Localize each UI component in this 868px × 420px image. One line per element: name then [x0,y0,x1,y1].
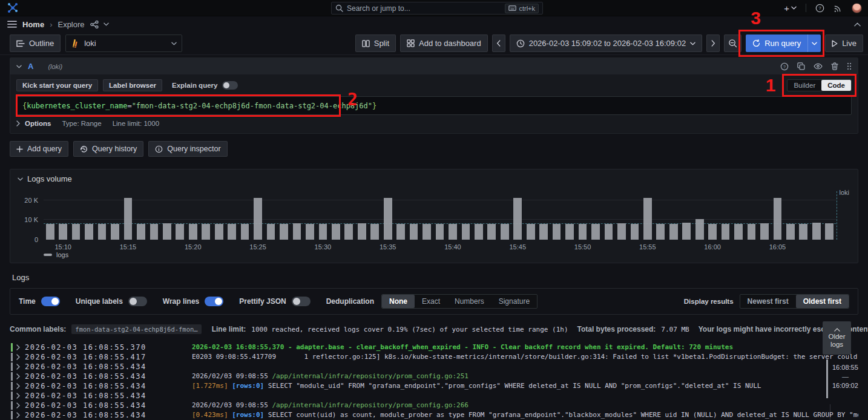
log-expand-chevron-icon[interactable] [16,410,25,418]
drag-handle-grip-icon[interactable] [847,62,852,70]
deduplication-label: Deduplication [326,297,374,306]
y-axis-tick: 10 K [24,216,38,223]
help-icon[interactable]: ? [815,4,824,13]
log-timestamp: 2026-02-03 16:08:55.434 [25,401,192,410]
breadcrumb-home[interactable]: Home [22,20,44,29]
add-query-button[interactable]: Add query [10,141,68,157]
grafana-logo-icon[interactable] [6,1,19,15]
total-bytes-label: Total bytes processed: [577,325,656,333]
explain-query-label: Explain query [172,82,217,89]
query-row-header[interactable]: A (loki) ? [10,58,858,74]
split-button[interactable]: Split [355,34,396,52]
time-range-back-button[interactable] [492,34,505,52]
datasource-picker[interactable]: loki [65,34,182,52]
logs-volume-legend[interactable]: logs [44,251,68,258]
duplicate-query-icon[interactable] [797,62,805,70]
datasource-chevron-icon [171,42,177,45]
dedup-option-none[interactable]: None [382,295,415,308]
y-axis-tick: 0 [35,236,38,243]
hide-response-eye-icon[interactable] [814,63,823,70]
log-row[interactable]: 2026-02-03 16:08:55.434[1.727ms] [rows:0… [10,381,858,391]
user-avatar[interactable] [852,3,862,13]
dedup-option-signature[interactable]: Signature [492,295,537,308]
volume-bar [176,224,184,240]
add-to-dashboard-button[interactable]: Add to dashboard [400,34,488,52]
log-row[interactable]: 2026-02-03 16:08:55.417E0203 09:08:55.41… [10,352,858,362]
time-toggle[interactable] [41,297,60,306]
label-browser-button[interactable]: Label browser [103,79,162,91]
log-expand-chevron-icon[interactable] [16,352,25,360]
dedup-option-numbers[interactable]: Numbers [447,295,492,308]
breadcrumb-explore[interactable]: Explore [58,20,84,29]
prettify-json-toggle[interactable] [292,297,311,306]
volume-bar [786,224,795,240]
editor-mode-option-builder[interactable]: Builder [787,80,821,91]
search-input[interactable]: Search or jump to... ctrl+k [331,2,543,15]
log-scroll-indicator[interactable]: 16:08:55 — 16:09:02 [826,359,858,398]
display-option-oldest-first[interactable]: Oldest first [796,295,849,308]
wrap-lines-toggle[interactable] [205,297,223,306]
explore-actions: Add query Query history Query inspector [10,141,858,157]
remove-query-trash-icon[interactable] [831,62,838,70]
editor-mode-option-code[interactable]: Code [821,80,851,91]
dashboard-grid-icon [407,39,415,47]
display-option-newest-first[interactable]: Newest first [740,295,796,308]
grafana-explore-page: { "colors": { "accent_blue": "#3d71d9", … [0,0,868,420]
mega-menu-icon[interactable] [7,21,17,28]
dedup-option-exact[interactable]: Exact [415,295,447,308]
line-limit-value: 1000 reached, received logs cover 0.19% … [251,326,568,333]
outline-button[interactable]: Outline [10,34,61,52]
log-row[interactable]: 2026-02-03 16:08:55.434 [10,391,858,401]
query-inspector-button[interactable]: Query inspector [148,141,227,157]
scrollbar-thumb[interactable] [826,359,828,398]
log-expand-chevron-icon[interactable] [16,381,25,389]
common-labels-badge[interactable]: fmon-data-stg2-04-echp8j6d-fmon… [71,324,201,334]
query-options-row[interactable]: Options Type: Range Line limit: 1000 [16,120,852,127]
older-logs-button[interactable]: Older logs [823,321,851,355]
zoom-out-time-button[interactable] [724,34,741,52]
log-row[interactable]: 2026-02-03 16:08:55.434[0.423ms] [rows:0… [10,410,858,420]
log-expand-chevron-icon[interactable] [16,372,25,379]
log-expand-chevron-icon[interactable] [16,362,25,370]
log-expand-chevron-icon[interactable] [16,401,25,409]
time-label: Time [19,297,36,306]
run-query-button[interactable]: Run query [746,34,821,52]
log-expand-chevron-icon[interactable] [16,391,25,399]
scrollbar-track [830,404,830,420]
volume-bar [370,224,379,240]
query-history-button[interactable]: Query history [73,141,143,157]
line-limit-label: Line limit: [212,325,246,333]
volume-bar [396,224,405,240]
query-collapse-chevron-icon[interactable] [16,65,22,68]
svg-text:?: ? [818,5,821,11]
collapse-toolbar-chevron-icon[interactable] [854,22,861,27]
volume-bar [163,223,171,240]
log-row[interactable]: 2026-02-03 16:08:55.4342026/02/03 09:08:… [10,372,858,381]
query-code-editor[interactable]: {kubernetes_cluster_name="fmon-data-stg2… [16,96,852,115]
volume-bar [669,224,678,240]
time-range-picker[interactable]: 2026-02-03 15:09:02 to 2026-02-03 16:09:… [510,34,703,52]
share-icon[interactable] [90,21,99,28]
kick-start-query-button[interactable]: Kick start your query [16,79,98,91]
log-row[interactable]: 2026-02-03 16:08:55.4342026/02/03 09:08:… [10,401,858,410]
volume-bar [812,223,821,240]
breadcrumb-chevron-down-icon[interactable] [104,22,109,26]
refresh-icon [752,39,760,47]
log-row[interactable]: 2026-02-03 16:08:55.3702026-02-03 16:08:… [10,343,858,352]
volume-bar [682,223,691,240]
control-unique-labels: Unique labels [76,297,147,306]
explain-query-toggle[interactable] [222,81,238,90]
log-expand-chevron-icon[interactable] [16,343,25,350]
log-level-stripe [11,363,13,371]
run-query-dropdown-caret[interactable] [807,34,821,52]
log-row[interactable]: 2026-02-03 16:08:55.434 [10,362,858,372]
query-help-icon[interactable]: ? [780,62,789,71]
unique-labels-toggle[interactable] [128,297,147,306]
time-range-forward-button[interactable] [706,34,720,52]
live-button[interactable]: Live [825,34,863,52]
news-rss-icon[interactable] [833,4,843,13]
loki-logo-icon [71,39,79,48]
info-circle-icon [155,145,163,153]
logs-volume-collapse-chevron-icon[interactable] [18,177,23,181]
new-button[interactable]: + [784,3,797,13]
